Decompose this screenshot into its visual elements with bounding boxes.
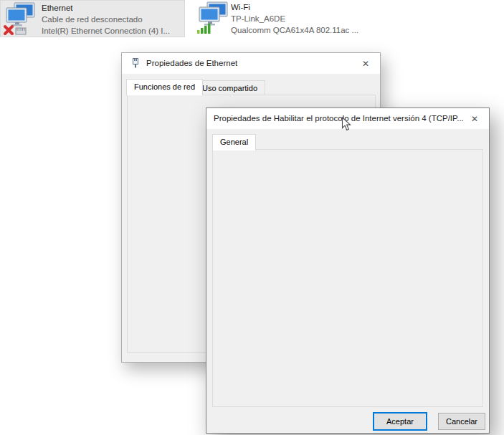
adapter-name: Wi-Fi (231, 1, 358, 13)
tab-general[interactable]: General (212, 134, 256, 150)
ethernet-plug-icon (130, 57, 141, 69)
network-item-ethernet[interactable]: Ethernet Cable de red desconectado Intel… (0, 0, 185, 37)
cancel-button[interactable]: Cancelar (438, 413, 485, 430)
adapter-name: Ethernet (42, 2, 170, 14)
adapter-device: Intel(R) Ethernet Connection (4) I... (42, 25, 170, 37)
close-icon[interactable]: ✕ (358, 58, 373, 70)
red-x-icon (5, 27, 12, 34)
ethernet-dialog-titlebar[interactable]: Propiedades de Ethernet ✕ (122, 53, 380, 74)
adapter-device: Qualcomm QCA61x4A 802.11ac ... (231, 24, 358, 36)
ethernet-adapter-icon (3, 2, 37, 37)
signal-bars-icon (197, 24, 211, 34)
close-icon[interactable]: ✕ (467, 113, 482, 125)
ok-button[interactable]: Aceptar (373, 412, 427, 431)
tab-uso-compartido[interactable]: Uso compartido (194, 80, 265, 95)
network-item-wifi[interactable]: Wi-Fi TP-Link_A6DE Qualcomm QCA61x4A 802… (194, 0, 381, 37)
adapter-status: Cable de red desconectado (42, 14, 170, 25)
mouse-cursor (341, 117, 351, 132)
tab-funciones-de-red[interactable]: Funciones de red (126, 79, 203, 95)
ipv4-properties-dialog: Propiedades de Habilitar el protocolo de… (206, 107, 490, 434)
general-tab-pane (212, 149, 483, 407)
ethernet-dialog-title: Propiedades de Ethernet (146, 59, 356, 67)
wifi-adapter-icon (196, 1, 230, 36)
adapter-status: TP-Link_A6DE (231, 13, 358, 24)
ipv4-dialog-title: Propiedades de Habilitar el protocolo de… (214, 114, 467, 123)
